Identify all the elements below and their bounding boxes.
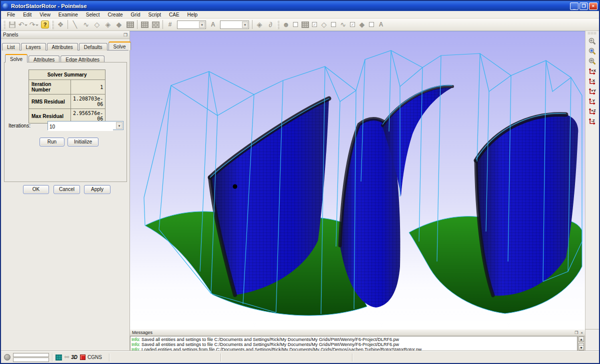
tab-defaults[interactable]: Defaults: [79, 43, 108, 50]
menu-select[interactable]: Select: [82, 12, 104, 18]
view-minus-x-button[interactable]: -X: [587, 76, 598, 86]
menu-examine[interactable]: Examine: [54, 12, 82, 18]
mask-spacing-checkbox[interactable]: [369, 22, 374, 27]
grid-type-icon: [56, 354, 62, 360]
view-toolbar: +X -X +Y: [585, 31, 599, 329]
mask-connector-button[interactable]: ∿: [338, 20, 348, 30]
initialize-button[interactable]: Initialize: [68, 138, 98, 146]
panels-header[interactable]: Panels ❐: [1, 31, 130, 39]
mask-database-button[interactable]: ☻: [280, 20, 292, 30]
view-minus-y-button[interactable]: -Y: [587, 96, 598, 106]
messages-header[interactable]: Messages ❐ ×: [130, 330, 585, 336]
toolbar-grip[interactable]: [277, 20, 280, 29]
mask-database-checkbox[interactable]: [293, 22, 298, 27]
layers-button[interactable]: ❖: [55, 20, 66, 30]
assemble-button[interactable]: ◈: [254, 20, 265, 30]
zoom-level-button[interactable]: [587, 56, 598, 66]
close-button[interactable]: ×: [589, 2, 598, 10]
tab-solve[interactable]: Solve: [108, 42, 131, 50]
zoom-previous-button[interactable]: [587, 36, 598, 46]
tab-list[interactable]: List: [2, 43, 20, 50]
zoom-box-button[interactable]: [587, 46, 598, 56]
mask-connector-checkbox[interactable]: ✓: [350, 22, 355, 27]
iterations-field[interactable]: ▾: [48, 121, 124, 130]
list-item: Info: Saved all entities and settings to…: [132, 342, 576, 347]
extrude-icon: ◆: [116, 20, 122, 28]
mask-block-checkbox[interactable]: ✓: [312, 22, 317, 27]
undo-button[interactable]: ↶: [18, 20, 28, 30]
menu-help[interactable]: Help: [184, 12, 202, 18]
create-structured-domain-button[interactable]: ◈: [102, 20, 114, 30]
panels-dock-icon[interactable]: ❐: [124, 32, 128, 38]
spacing-combobox[interactable]: ▾: [220, 20, 249, 29]
title-bar[interactable]: RotorStatorRotor - Pointwise _ ❐ ×: [1, 1, 599, 11]
toolbar-separator: [252, 20, 252, 29]
create-extrude-button[interactable]: ◆: [114, 20, 124, 30]
cancel-button[interactable]: Cancel: [54, 185, 80, 194]
viewport-3d-scene[interactable]: [130, 31, 585, 329]
dimension-hash-icon: #: [168, 21, 172, 28]
view-plus-z-button[interactable]: +Z: [587, 106, 598, 116]
dimension-combobox[interactable]: ▾: [177, 20, 206, 29]
spacing-combobox-arrow[interactable]: ▾: [242, 22, 248, 28]
toolbar-grip[interactable]: [3, 20, 6, 29]
menu-script[interactable]: Script: [144, 12, 165, 18]
create-block-button[interactable]: [124, 20, 136, 30]
messages-list[interactable]: Info: Saved all entities and settings to…: [130, 336, 578, 351]
view-minus-z-button[interactable]: -Z: [587, 116, 598, 126]
tab-layers[interactable]: Layers: [21, 43, 46, 50]
iterations-dropdown-arrow[interactable]: ▾: [116, 122, 122, 129]
mask-block-button[interactable]: [300, 20, 310, 30]
dimension-combobox-arrow[interactable]: ▾: [199, 22, 205, 28]
messages-right-pad: [585, 330, 599, 351]
dimension-button[interactable]: #: [164, 20, 176, 30]
subtab-solve[interactable]: Solve: [5, 54, 28, 62]
scroll-up-button[interactable]: ▲: [578, 336, 584, 342]
unstructured-grid-button[interactable]: [150, 20, 161, 30]
toolbar-separator: [137, 20, 138, 29]
undo-icon: ↶: [18, 20, 24, 28]
mask-spacing-button[interactable]: ◆: [356, 20, 368, 30]
create-domain-button[interactable]: ◇: [92, 20, 102, 30]
axis-minus-x-icon: -X: [588, 77, 597, 86]
restore-button[interactable]: ❐: [580, 2, 588, 10]
panels-panel: Panels ❐ List Layers Attributes Defaults…: [1, 31, 130, 351]
save-button[interactable]: [6, 20, 18, 30]
axis-minus-z-icon: -Z: [588, 117, 597, 126]
menu-view[interactable]: View: [36, 12, 54, 18]
apply-button[interactable]: Apply: [84, 185, 110, 194]
messages-dock-icon[interactable]: ❐: [574, 330, 578, 335]
create-curve-button[interactable]: ∿: [80, 20, 92, 30]
solve-content-box: Solver Summary Iteration Number 1 RMS Re…: [4, 62, 127, 182]
menu-grid[interactable]: Grid: [127, 12, 144, 18]
menu-create[interactable]: Create: [104, 12, 127, 18]
scroll-down-button[interactable]: ▼: [578, 345, 584, 350]
boundary-condition-button[interactable]: ∂: [265, 20, 276, 30]
mask-spacing-a-icon: A: [379, 21, 384, 28]
mask-domain-button[interactable]: ◇: [318, 20, 330, 30]
view-plus-y-button[interactable]: +Y: [587, 86, 598, 96]
messages-close-icon[interactable]: ×: [580, 330, 583, 335]
mask-domain-icon: ◇: [322, 20, 327, 28]
structured-grid-button[interactable]: [139, 20, 150, 30]
tab-attributes[interactable]: Attributes: [47, 43, 78, 50]
run-button[interactable]: Run: [40, 138, 64, 146]
minimize-button[interactable]: _: [570, 2, 578, 10]
toolbar-grip[interactable]: [52, 20, 54, 29]
menu-cae[interactable]: CAE: [165, 12, 184, 18]
redo-button[interactable]: ↷: [28, 20, 40, 30]
iterations-input[interactable]: [48, 123, 113, 131]
create-segment-button[interactable]: ╲: [70, 20, 80, 30]
message-prefix: Info:: [132, 337, 140, 342]
ok-button[interactable]: OK: [23, 185, 49, 194]
mask-domain-checkbox[interactable]: [331, 22, 336, 27]
view-toolbar-grip[interactable]: [588, 32, 597, 34]
spacing-button[interactable]: A: [208, 20, 218, 30]
messages-scrollbar[interactable]: ▲ ▼: [578, 336, 585, 351]
panels-title: Panels: [3, 32, 18, 38]
menu-edit[interactable]: Edit: [19, 12, 36, 18]
mask-label-button[interactable]: A: [376, 20, 386, 30]
menu-file[interactable]: File: [3, 12, 19, 18]
help-button[interactable]: ?: [40, 20, 50, 30]
view-plus-x-button[interactable]: +X: [587, 66, 598, 76]
